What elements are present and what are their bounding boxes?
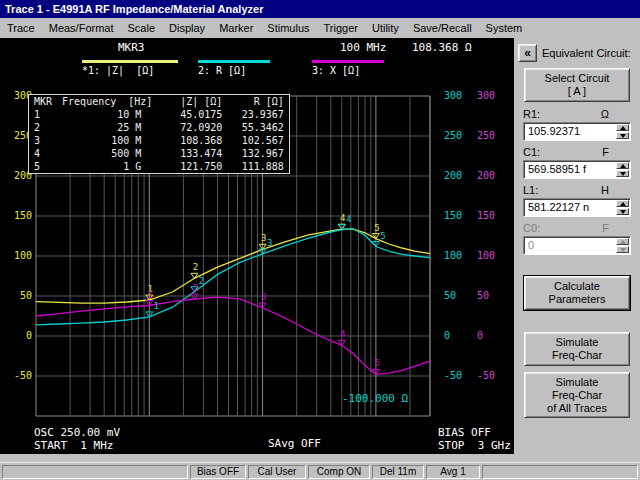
c0-increment-button	[616, 238, 629, 245]
svg-text:0: 0	[444, 330, 450, 341]
svg-text:100: 100	[14, 250, 32, 261]
svg-text:100: 100	[477, 250, 495, 261]
table-row: 4500 M133.474132.967	[29, 147, 290, 160]
up-arrow-icon	[620, 202, 626, 206]
menu-item-utility[interactable]: Utility	[365, 19, 406, 37]
svg-text:3: 3	[267, 238, 272, 248]
trace-r-color-bar	[198, 60, 270, 63]
c1-decrement-button[interactable]	[616, 170, 629, 177]
legend-trace-z[interactable]: *1: |Z| [Ω]	[82, 60, 178, 76]
c1-label: C1:	[523, 146, 540, 159]
svg-text:250: 250	[477, 130, 495, 141]
title-bar: Trace 1 - E4991A RF Impedance/Material A…	[0, 0, 640, 18]
menu-item-save-recall[interactable]: Save/Recall	[406, 19, 479, 37]
svg-text:4: 4	[340, 329, 345, 339]
legend-trace-r[interactable]: 2: R [Ω]	[198, 60, 270, 76]
c1-unit: F	[602, 146, 609, 159]
sweep-stop-readout: STOP 3 GHz	[438, 439, 511, 452]
svg-text:3: 3	[261, 233, 266, 243]
menu-item-trace[interactable]: Trace	[0, 19, 42, 37]
menu-item-trigger[interactable]: Trigger	[317, 19, 365, 37]
menu-item-system[interactable]: System	[479, 19, 530, 37]
svg-text:250: 250	[444, 130, 462, 141]
svg-text:5: 5	[374, 358, 379, 368]
svg-text:100: 100	[444, 250, 462, 261]
r1-decrement-button[interactable]	[616, 132, 629, 139]
osc-level-readout: OSC 250.00 mV	[34, 426, 120, 439]
c1-increment-button[interactable]	[616, 162, 629, 169]
svg-text:150: 150	[14, 210, 32, 221]
marker-frequency-readout: 100 MHz	[340, 41, 386, 54]
up-arrow-icon	[620, 240, 626, 244]
calculate-parameters-button[interactable]: Calculate Parameters	[524, 276, 630, 310]
l1-increment-button[interactable]	[616, 200, 629, 207]
status-cal: Cal User	[248, 465, 306, 479]
table-row: 51 G121.750111.888	[29, 160, 290, 174]
menu-item-display[interactable]: Display	[162, 19, 212, 37]
svg-text:0: 0	[477, 330, 483, 341]
svg-text:-50: -50	[444, 370, 462, 381]
status-spacer-right	[482, 465, 638, 479]
column-header: R [Ω]	[227, 95, 289, 109]
sweep-averaging-readout: SAvg OFF	[268, 437, 321, 450]
status-bias: Bias OFF	[190, 465, 246, 479]
column-header: |Z| [Ω]	[157, 95, 227, 109]
l1-input[interactable]: 581.22127 n	[523, 198, 631, 217]
c0-unit: F	[602, 222, 609, 235]
svg-text:150: 150	[444, 210, 462, 221]
equivalent-circuit-panel: « Equivalent Circuit: Select Circuit [ A…	[514, 38, 640, 462]
simulate-freq-char-all-traces-button[interactable]: Simulate Freq-Char of All Traces	[524, 372, 630, 418]
down-arrow-icon	[620, 172, 626, 176]
trace-x-color-bar	[312, 60, 384, 63]
window-title: Trace 1 - E4991A RF Impedance/Material A…	[5, 3, 263, 15]
svg-text:1: 1	[154, 301, 159, 311]
svg-text:4: 4	[340, 213, 345, 223]
svg-text:3: 3	[261, 292, 266, 302]
table-row: 3100 M108.368102.567	[29, 134, 290, 147]
menu-item-marker[interactable]: Marker	[212, 19, 260, 37]
svg-text:-50: -50	[477, 370, 495, 381]
panel-title: Equivalent Circuit:	[542, 47, 631, 59]
c0-input: 0	[523, 236, 631, 255]
column-header: Frequency [Hz]	[57, 95, 157, 109]
menu-bar: Trace Meas/Format Scale Display Marker S…	[0, 18, 640, 38]
marker-value-readout: 108.368 Ω	[412, 41, 472, 54]
table-row: 225 M72.092055.3462	[29, 121, 290, 134]
down-arrow-icon	[620, 210, 626, 214]
svg-text:50: 50	[20, 290, 32, 301]
table-header-row: MKRFrequency [Hz]|Z| [Ω]R [Ω]	[29, 95, 290, 109]
down-arrow-icon	[620, 248, 626, 252]
r1-input[interactable]: 105.92371	[523, 122, 631, 141]
r1-unit: Ω	[601, 108, 609, 121]
up-arrow-icon	[620, 126, 626, 130]
column-header: MKR	[29, 95, 58, 109]
menu-item-stimulus[interactable]: Stimulus	[260, 19, 316, 37]
menu-item-meas-format[interactable]: Meas/Format	[42, 19, 121, 37]
svg-text:50: 50	[477, 290, 489, 301]
legend-trace-x[interactable]: 3: X [Ω]	[312, 60, 384, 76]
svg-text:-50: -50	[14, 370, 32, 381]
c0-field: C0: F 0	[523, 222, 631, 255]
trace-z-color-bar	[82, 60, 178, 63]
select-circuit-button[interactable]: Select Circuit [ A ]	[524, 68, 630, 102]
status-spacer-left	[2, 465, 188, 479]
svg-text:1: 1	[148, 290, 153, 300]
l1-field: L1: H 581.22127 n	[523, 184, 631, 217]
chart-region: MKR3 100 MHz 108.368 Ω *1: |Z| [Ω] 2: R …	[0, 38, 514, 454]
l1-decrement-button[interactable]	[616, 208, 629, 215]
simulate-freq-char-button[interactable]: Simulate Freq-Char	[524, 332, 630, 366]
r1-increment-button[interactable]	[616, 124, 629, 131]
down-arrow-icon	[620, 134, 626, 138]
svg-text:200: 200	[444, 170, 462, 181]
active-marker-label: MKR3	[118, 41, 145, 54]
svg-text:300: 300	[477, 90, 495, 101]
c0-decrement-button	[616, 246, 629, 253]
svg-text:5: 5	[380, 231, 385, 241]
sweep-start-readout: START 1 MHz	[34, 439, 113, 452]
svg-text:-100.000 Ω: -100.000 Ω	[342, 392, 409, 405]
menu-item-scale[interactable]: Scale	[121, 19, 163, 37]
svg-text:4: 4	[346, 214, 351, 224]
svg-text:2: 2	[193, 283, 198, 293]
c1-input[interactable]: 569.58951 f	[523, 160, 631, 179]
collapse-panel-button[interactable]: «	[518, 44, 537, 62]
